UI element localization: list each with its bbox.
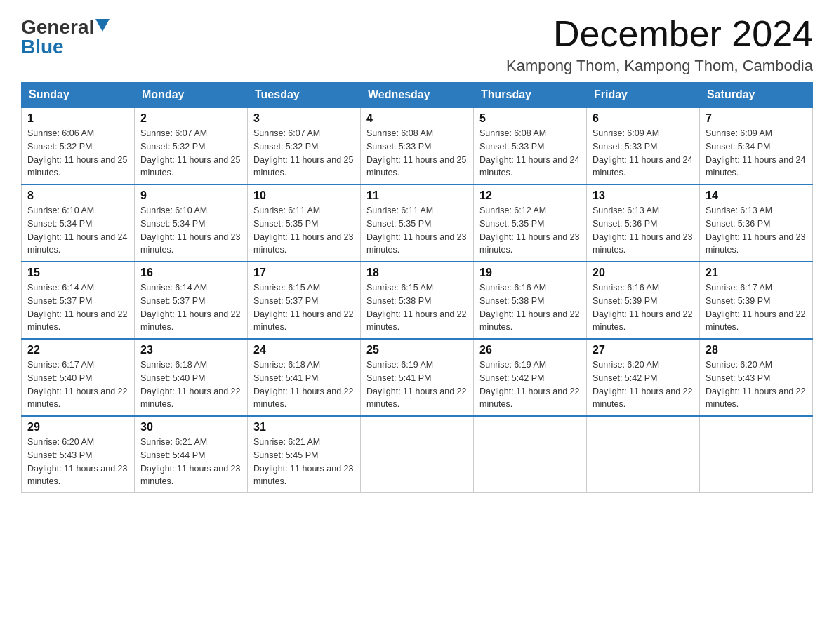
day-info: Sunrise: 6:18 AMSunset: 5:40 PMDaylight:… bbox=[140, 358, 241, 411]
day-number: 17 bbox=[253, 267, 355, 279]
day-number: 2 bbox=[140, 112, 241, 125]
day-number: 29 bbox=[27, 421, 128, 434]
empty-cell bbox=[587, 416, 700, 493]
calendar-day-24: 24Sunrise: 6:18 AMSunset: 5:41 PMDayligh… bbox=[248, 339, 361, 416]
weekday-header-thursday: Thursday bbox=[474, 83, 587, 108]
calendar-day-9: 9Sunrise: 6:10 AMSunset: 5:34 PMDaylight… bbox=[135, 185, 248, 262]
day-number: 24 bbox=[253, 344, 355, 356]
day-info: Sunrise: 6:19 AMSunset: 5:41 PMDaylight:… bbox=[366, 358, 468, 411]
day-number: 21 bbox=[706, 267, 807, 279]
day-number: 13 bbox=[593, 189, 694, 202]
day-info: Sunrise: 6:11 AMSunset: 5:35 PMDaylight:… bbox=[366, 204, 468, 257]
day-number: 6 bbox=[593, 112, 694, 125]
day-number: 7 bbox=[706, 112, 807, 125]
day-number: 12 bbox=[479, 189, 581, 202]
day-number: 11 bbox=[366, 189, 468, 202]
day-number: 5 bbox=[479, 112, 581, 125]
day-number: 3 bbox=[253, 112, 355, 125]
empty-cell bbox=[474, 416, 587, 493]
week-row-3: 15Sunrise: 6:14 AMSunset: 5:37 PMDayligh… bbox=[22, 262, 813, 339]
month-title: December 2024 bbox=[506, 14, 813, 54]
day-info: Sunrise: 6:14 AMSunset: 5:37 PMDaylight:… bbox=[27, 281, 128, 334]
day-info: Sunrise: 6:16 AMSunset: 5:39 PMDaylight:… bbox=[593, 281, 694, 334]
day-number: 31 bbox=[253, 421, 355, 434]
day-number: 1 bbox=[27, 112, 128, 125]
logo: General Blue bbox=[21, 18, 110, 57]
day-number: 14 bbox=[706, 189, 807, 202]
logo-triangle-icon bbox=[95, 19, 110, 33]
day-info: Sunrise: 6:20 AMSunset: 5:43 PMDaylight:… bbox=[27, 436, 128, 488]
day-number: 10 bbox=[253, 189, 355, 202]
day-info: Sunrise: 6:16 AMSunset: 5:38 PMDaylight:… bbox=[479, 281, 581, 334]
empty-cell bbox=[361, 416, 474, 493]
calendar-day-2: 2Sunrise: 6:07 AMSunset: 5:32 PMDaylight… bbox=[135, 107, 248, 185]
day-info: Sunrise: 6:14 AMSunset: 5:37 PMDaylight:… bbox=[140, 281, 241, 334]
calendar-day-22: 22Sunrise: 6:17 AMSunset: 5:40 PMDayligh… bbox=[22, 339, 135, 416]
day-info: Sunrise: 6:11 AMSunset: 5:35 PMDaylight:… bbox=[253, 204, 355, 257]
title-area: December 2024 Kampong Thom, Kampong Thom… bbox=[506, 14, 813, 75]
weekday-header-saturday: Saturday bbox=[700, 83, 813, 108]
day-info: Sunrise: 6:17 AMSunset: 5:39 PMDaylight:… bbox=[706, 281, 807, 334]
calendar-day-3: 3Sunrise: 6:07 AMSunset: 5:32 PMDaylight… bbox=[248, 107, 361, 185]
day-number: 25 bbox=[366, 344, 468, 356]
calendar-day-28: 28Sunrise: 6:20 AMSunset: 5:43 PMDayligh… bbox=[700, 339, 813, 416]
calendar-day-4: 4Sunrise: 6:08 AMSunset: 5:33 PMDaylight… bbox=[361, 107, 474, 185]
day-info: Sunrise: 6:08 AMSunset: 5:33 PMDaylight:… bbox=[366, 127, 468, 180]
calendar-day-19: 19Sunrise: 6:16 AMSunset: 5:38 PMDayligh… bbox=[474, 262, 587, 339]
day-number: 18 bbox=[366, 267, 468, 279]
weekday-header-row: SundayMondayTuesdayWednesdayThursdayFrid… bbox=[22, 83, 813, 108]
day-info: Sunrise: 6:08 AMSunset: 5:33 PMDaylight:… bbox=[479, 127, 581, 180]
day-info: Sunrise: 6:06 AMSunset: 5:32 PMDaylight:… bbox=[27, 127, 128, 180]
calendar-day-15: 15Sunrise: 6:14 AMSunset: 5:37 PMDayligh… bbox=[22, 262, 135, 339]
day-info: Sunrise: 6:10 AMSunset: 5:34 PMDaylight:… bbox=[27, 204, 128, 257]
calendar-day-13: 13Sunrise: 6:13 AMSunset: 5:36 PMDayligh… bbox=[587, 185, 700, 262]
empty-cell bbox=[700, 416, 813, 493]
week-row-2: 8Sunrise: 6:10 AMSunset: 5:34 PMDaylight… bbox=[22, 185, 813, 262]
calendar-day-11: 11Sunrise: 6:11 AMSunset: 5:35 PMDayligh… bbox=[361, 185, 474, 262]
logo-general: General bbox=[21, 18, 94, 37]
page-header: General Blue December 2024 Kampong Thom,… bbox=[21, 14, 813, 75]
logo-blue: Blue bbox=[21, 36, 64, 58]
day-info: Sunrise: 6:15 AMSunset: 5:37 PMDaylight:… bbox=[253, 281, 355, 334]
week-row-4: 22Sunrise: 6:17 AMSunset: 5:40 PMDayligh… bbox=[22, 339, 813, 416]
calendar-day-6: 6Sunrise: 6:09 AMSunset: 5:33 PMDaylight… bbox=[587, 107, 700, 185]
weekday-header-wednesday: Wednesday bbox=[361, 83, 474, 108]
day-number: 22 bbox=[27, 344, 128, 356]
day-info: Sunrise: 6:13 AMSunset: 5:36 PMDaylight:… bbox=[593, 204, 694, 257]
calendar-day-14: 14Sunrise: 6:13 AMSunset: 5:36 PMDayligh… bbox=[700, 185, 813, 262]
calendar-day-26: 26Sunrise: 6:19 AMSunset: 5:42 PMDayligh… bbox=[474, 339, 587, 416]
day-info: Sunrise: 6:19 AMSunset: 5:42 PMDaylight:… bbox=[479, 358, 581, 411]
week-row-5: 29Sunrise: 6:20 AMSunset: 5:43 PMDayligh… bbox=[22, 416, 813, 493]
day-info: Sunrise: 6:21 AMSunset: 5:45 PMDaylight:… bbox=[253, 436, 355, 488]
day-number: 15 bbox=[27, 267, 128, 279]
week-row-1: 1Sunrise: 6:06 AMSunset: 5:32 PMDaylight… bbox=[22, 107, 813, 185]
day-number: 20 bbox=[593, 267, 694, 279]
calendar-day-10: 10Sunrise: 6:11 AMSunset: 5:35 PMDayligh… bbox=[248, 185, 361, 262]
weekday-header-monday: Monday bbox=[135, 83, 248, 108]
calendar-day-1: 1Sunrise: 6:06 AMSunset: 5:32 PMDaylight… bbox=[22, 107, 135, 185]
calendar-day-7: 7Sunrise: 6:09 AMSunset: 5:34 PMDaylight… bbox=[700, 107, 813, 185]
day-number: 16 bbox=[140, 267, 241, 279]
location-title: Kampong Thom, Kampong Thom, Cambodia bbox=[506, 57, 813, 75]
calendar-day-12: 12Sunrise: 6:12 AMSunset: 5:35 PMDayligh… bbox=[474, 185, 587, 262]
day-info: Sunrise: 6:13 AMSunset: 5:36 PMDaylight:… bbox=[706, 204, 807, 257]
day-number: 8 bbox=[27, 189, 128, 202]
day-info: Sunrise: 6:20 AMSunset: 5:42 PMDaylight:… bbox=[593, 358, 694, 411]
day-info: Sunrise: 6:18 AMSunset: 5:41 PMDaylight:… bbox=[253, 358, 355, 411]
calendar-day-21: 21Sunrise: 6:17 AMSunset: 5:39 PMDayligh… bbox=[700, 262, 813, 339]
day-number: 26 bbox=[479, 344, 581, 356]
day-info: Sunrise: 6:21 AMSunset: 5:44 PMDaylight:… bbox=[140, 436, 241, 488]
day-number: 27 bbox=[593, 344, 694, 356]
day-info: Sunrise: 6:17 AMSunset: 5:40 PMDaylight:… bbox=[27, 358, 128, 411]
calendar-day-18: 18Sunrise: 6:15 AMSunset: 5:38 PMDayligh… bbox=[361, 262, 474, 339]
calendar-day-23: 23Sunrise: 6:18 AMSunset: 5:40 PMDayligh… bbox=[135, 339, 248, 416]
calendar-day-20: 20Sunrise: 6:16 AMSunset: 5:39 PMDayligh… bbox=[587, 262, 700, 339]
day-info: Sunrise: 6:20 AMSunset: 5:43 PMDaylight:… bbox=[706, 358, 807, 411]
calendar-day-30: 30Sunrise: 6:21 AMSunset: 5:44 PMDayligh… bbox=[135, 416, 248, 493]
calendar-day-17: 17Sunrise: 6:15 AMSunset: 5:37 PMDayligh… bbox=[248, 262, 361, 339]
day-number: 30 bbox=[140, 421, 241, 434]
calendar-day-29: 29Sunrise: 6:20 AMSunset: 5:43 PMDayligh… bbox=[22, 416, 135, 493]
day-number: 23 bbox=[140, 344, 241, 356]
calendar-day-27: 27Sunrise: 6:20 AMSunset: 5:42 PMDayligh… bbox=[587, 339, 700, 416]
day-info: Sunrise: 6:10 AMSunset: 5:34 PMDaylight:… bbox=[140, 204, 241, 257]
